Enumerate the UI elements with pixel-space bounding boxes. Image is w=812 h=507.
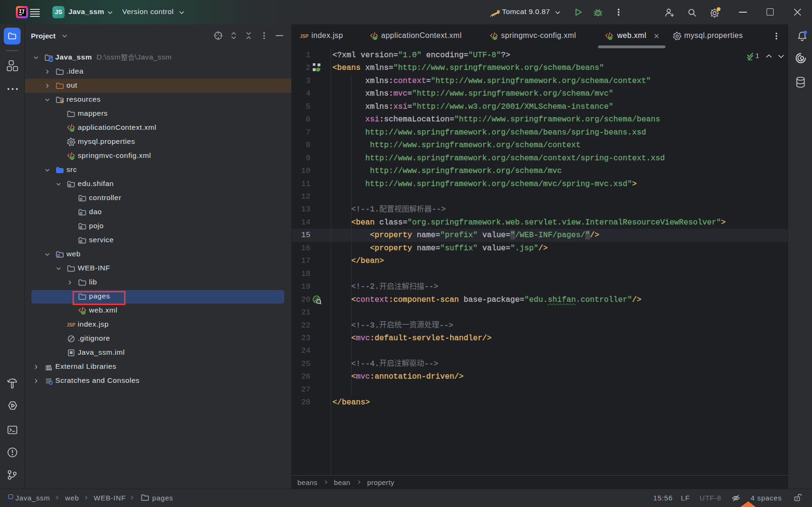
svg-text:JSP: JSP: [300, 34, 309, 39]
svg-text:JSP: JSP: [67, 322, 75, 328]
